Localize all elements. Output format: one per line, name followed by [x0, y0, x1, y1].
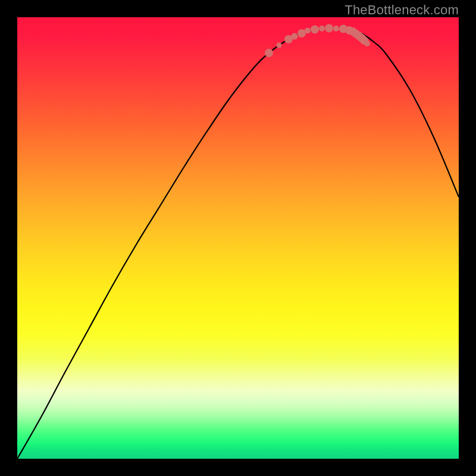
chart-frame: TheBottleneck.com	[0, 0, 476, 476]
curve-marker	[319, 26, 325, 32]
curve-marker	[265, 49, 273, 57]
curve-marker	[298, 29, 306, 37]
curve-marker	[364, 40, 370, 46]
curve-marker	[311, 26, 319, 34]
curve-marker	[325, 24, 333, 33]
curve-markers	[265, 24, 370, 58]
curve-marker	[333, 26, 339, 32]
curve-marker	[277, 43, 282, 48]
curve-marker	[305, 28, 311, 34]
plot-area	[17, 17, 459, 459]
curve-marker	[292, 33, 298, 40]
chart-svg	[17, 17, 459, 459]
bottleneck-curve	[17, 28, 459, 459]
watermark-text: TheBottleneck.com	[345, 2, 459, 18]
